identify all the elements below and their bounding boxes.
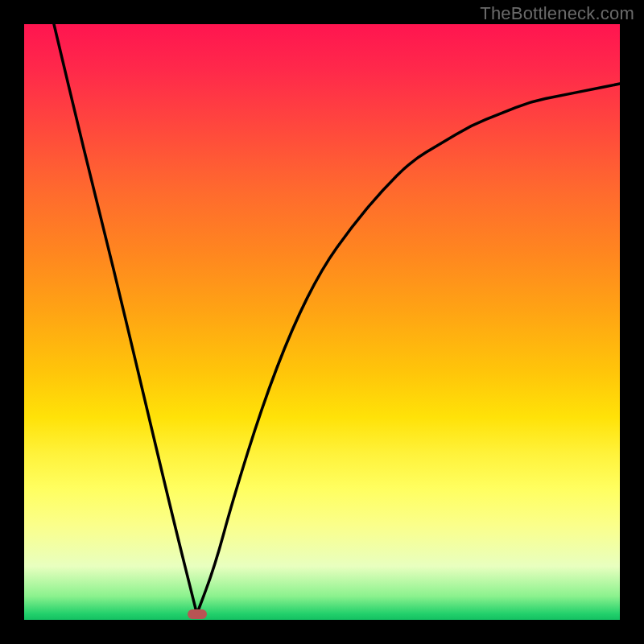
curve-left-branch	[54, 24, 197, 614]
chart-frame: TheBottleneck.com	[0, 0, 644, 644]
plot-area	[24, 24, 620, 620]
watermark-text: TheBottleneck.com	[480, 3, 634, 24]
curve-right-branch	[197, 84, 620, 614]
dip-marker	[188, 609, 207, 619]
bottleneck-curve	[24, 24, 620, 620]
